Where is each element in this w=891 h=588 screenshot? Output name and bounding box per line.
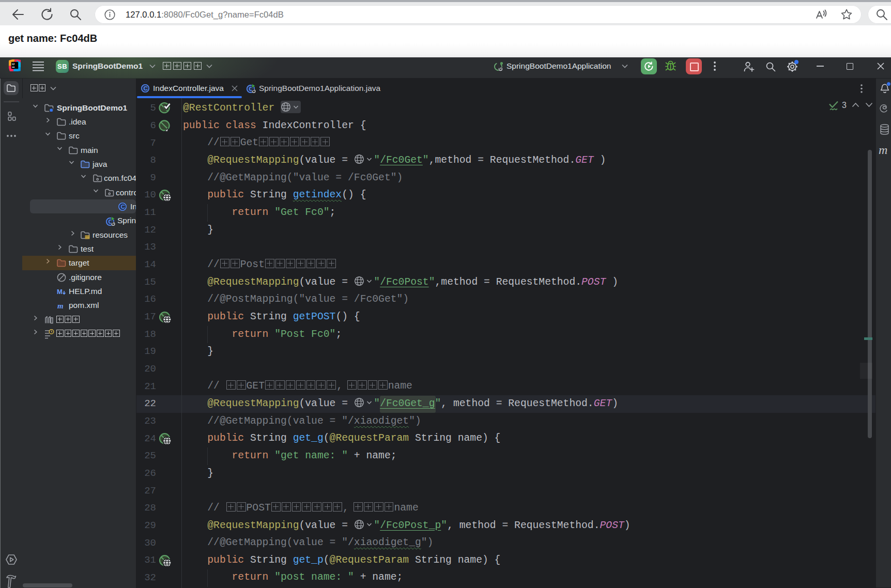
svg-text:IJ: IJ <box>12 63 14 66</box>
svg-text:C: C <box>120 204 125 210</box>
svg-text:C: C <box>143 85 147 91</box>
svg-text:M: M <box>57 288 63 296</box>
svg-text:m: m <box>57 302 64 310</box>
